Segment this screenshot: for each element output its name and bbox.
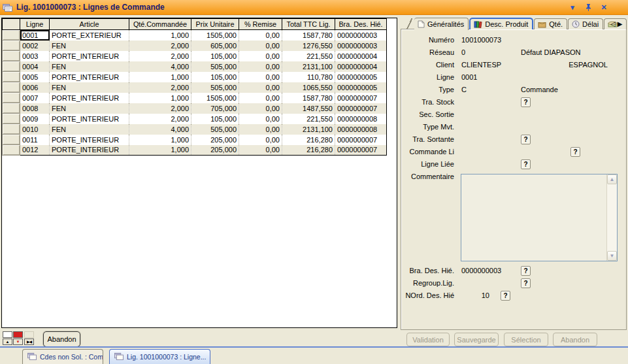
cell-bra[interactable]: 0000000003 <box>335 41 387 51</box>
cell-qte[interactable]: 2,000 <box>129 82 191 93</box>
row-selector[interactable] <box>3 41 20 51</box>
cell-qte[interactable]: 1,000 <box>129 30 191 41</box>
cell-remise[interactable]: 0,00 <box>239 93 282 103</box>
cell-article[interactable]: PORTE_INTERIEUR <box>50 145 129 156</box>
cell-remise[interactable]: 0,00 <box>239 30 282 41</box>
cell-ligne[interactable]: 0008 <box>20 103 50 114</box>
cell-bra[interactable]: 0000000005 <box>335 72 387 82</box>
cell-article[interactable]: PORTE_INTERIEUR <box>50 72 129 82</box>
cell-qte[interactable]: 1,000 <box>129 145 191 156</box>
cell-total[interactable]: 216,280 <box>282 135 335 145</box>
cell-remise[interactable]: 0,00 <box>239 135 282 145</box>
cell-total[interactable]: 2131,100 <box>282 61 335 72</box>
table-row[interactable]: 0001PORTE_EXTERIEUR1,0001505,0000,001587… <box>3 30 387 41</box>
cell-qte[interactable]: 2,000 <box>129 41 191 51</box>
cell-prix[interactable]: 105,000 <box>191 72 239 82</box>
cell-ligne[interactable]: 0009 <box>20 114 50 124</box>
cell-prix[interactable]: 205,000 <box>191 145 239 156</box>
cell-prix[interactable]: 1505,000 <box>191 93 239 103</box>
tab-generalites[interactable]: Généralités <box>414 18 469 30</box>
close-icon[interactable]: ✕ <box>599 3 608 12</box>
tab-scroll-left-icon[interactable]: ◁ <box>610 20 616 27</box>
cell-qte[interactable]: 4,000 <box>129 61 191 72</box>
cell-qte[interactable]: 2,000 <box>129 114 191 124</box>
row-selector[interactable] <box>3 103 20 114</box>
cell-ligne[interactable]: 0002 <box>20 41 50 51</box>
taskbar-tab-cdes-non-sol[interactable]: Cdes non Sol. : Comma... <box>22 349 103 364</box>
table-row[interactable]: 0011PORTE_INTERIEUR1,000205,0000,00216,2… <box>3 135 387 145</box>
cell-remise[interactable]: 0,00 <box>239 114 282 124</box>
cell-prix[interactable]: 505,000 <box>191 61 239 72</box>
cell-bra[interactable]: 0000000005 <box>335 82 387 93</box>
cell-bra[interactable]: 0000000007 <box>335 103 387 114</box>
col-header-bra[interactable]: Bra. Des. Hié. <box>335 19 387 30</box>
cell-article[interactable]: PORTE_INTERIEUR <box>50 114 129 124</box>
cell-prix[interactable]: 205,000 <box>191 135 239 145</box>
cell-remise[interactable]: 0,00 <box>239 61 282 72</box>
cell-article[interactable]: FEN <box>50 61 129 72</box>
help-button[interactable]: ? <box>521 278 531 288</box>
cell-article[interactable]: PORTE_INTERIEUR <box>50 93 129 103</box>
col-header-ligne[interactable]: Ligne <box>20 19 50 30</box>
help-button[interactable]: ? <box>521 135 531 144</box>
cell-remise[interactable]: 0,00 <box>239 82 282 93</box>
cell-prix[interactable]: 105,000 <box>191 114 239 124</box>
row-selector[interactable] <box>3 145 20 156</box>
help-button[interactable]: ? <box>521 97 531 107</box>
cell-ligne[interactable]: 0010 <box>20 124 50 135</box>
cell-total[interactable]: 1487,550 <box>282 103 335 114</box>
cell-total[interactable]: 1065,550 <box>282 82 335 93</box>
cell-article[interactable]: PORTE_INTERIEUR <box>50 51 129 61</box>
tab-delai[interactable]: Délai <box>568 18 603 29</box>
cell-total[interactable]: 1587,780 <box>282 93 335 103</box>
nav-up-icon[interactable]: ▲ <box>3 339 12 345</box>
comment-scrollbar[interactable]: ▲ ▼ <box>606 174 617 261</box>
table-row[interactable]: 0007PORTE_INTERIEUR1,0001505,0000,001587… <box>3 93 387 103</box>
row-selector[interactable] <box>3 61 20 72</box>
cell-ligne[interactable]: 0012 <box>20 145 50 156</box>
cell-remise[interactable]: 0,00 <box>239 51 282 61</box>
cell-prix[interactable]: 105,000 <box>191 51 239 61</box>
row-selector[interactable] <box>3 93 20 103</box>
row-selector[interactable] <box>3 135 20 145</box>
cell-ligne[interactable]: 0004 <box>20 61 50 72</box>
window-titlebar[interactable]: Lig. 1001000073 : Lignes de Commande ▾ ✕ <box>0 0 628 15</box>
abandon-button-left[interactable]: Abandon <box>43 331 80 347</box>
cell-total[interactable]: 216,280 <box>282 145 335 156</box>
cell-bra[interactable]: 0000000003 <box>335 30 387 41</box>
table-row[interactable]: 0012PORTE_INTERIEUR1,000205,0000,00216,2… <box>3 145 387 156</box>
col-header-total[interactable]: Total TTC Lig. <box>282 19 335 30</box>
cell-bra[interactable]: 0000000008 <box>335 114 387 124</box>
cell-article[interactable]: FEN <box>50 82 129 93</box>
cell-article[interactable]: PORTE_EXTERIEUR <box>50 30 129 41</box>
col-header-prix[interactable]: Prix Unitaire <box>191 19 239 30</box>
help-button[interactable]: ? <box>521 266 531 276</box>
cell-prix[interactable]: 505,000 <box>191 82 239 93</box>
row-selector[interactable] <box>3 114 20 124</box>
cell-total[interactable]: 1276,550 <box>282 41 335 51</box>
cell-bra[interactable]: 0000000007 <box>335 145 387 156</box>
cell-article[interactable]: FEN <box>50 124 129 135</box>
cell-prix[interactable]: 505,000 <box>191 124 239 135</box>
comment-textarea[interactable]: ▲ ▼ <box>461 174 618 261</box>
row-selector[interactable] <box>3 51 20 61</box>
sauvegarde-button[interactable]: Sauvegarde <box>454 333 499 346</box>
taskbar-tab-lignes-commande[interactable]: Lig. 1001000073 : Ligne... <box>109 349 210 364</box>
chevron-down-icon[interactable]: ▾ <box>568 3 577 12</box>
help-button[interactable]: ? <box>501 291 510 301</box>
cell-ligne[interactable]: 0006 <box>20 82 50 93</box>
help-button[interactable]: ? <box>521 159 531 169</box>
table-row[interactable]: 0008FEN2,000705,0000,001487,550000000000… <box>3 103 387 114</box>
tab-desc-produit[interactable]: Desc. Produit <box>469 18 533 29</box>
row-selector[interactable] <box>3 124 20 135</box>
table-row[interactable]: 0006FEN2,000505,0000,001065,550000000000… <box>3 82 387 93</box>
cell-remise[interactable]: 0,00 <box>239 72 282 82</box>
cell-remise[interactable]: 0,00 <box>239 124 282 135</box>
row-selector[interactable] <box>3 30 20 41</box>
scroll-up-icon[interactable]: ▲ <box>607 174 617 184</box>
nav-first-button[interactable] <box>3 331 12 338</box>
nav-range-icon[interactable]: ▶◀ <box>24 339 34 345</box>
cell-bra[interactable]: 0000000008 <box>335 124 387 135</box>
nav-delete-button[interactable] <box>13 331 23 338</box>
cell-bra[interactable]: 0000000007 <box>335 135 387 145</box>
